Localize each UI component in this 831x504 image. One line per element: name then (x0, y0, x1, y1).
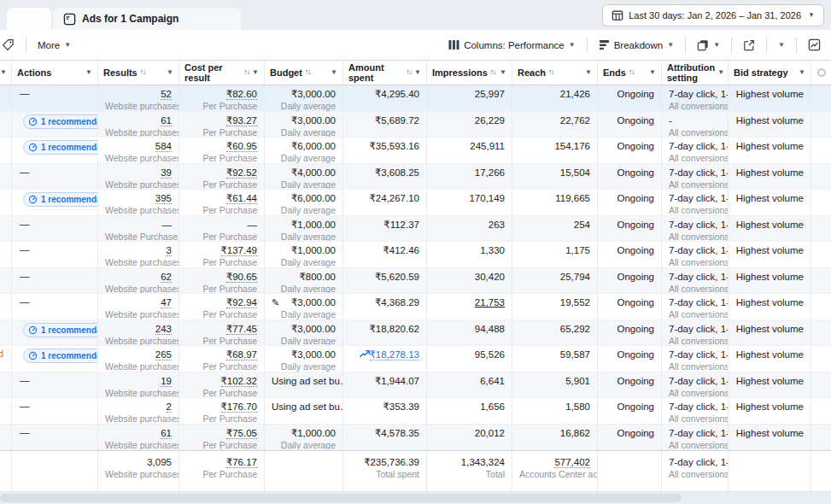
export-button[interactable] (738, 36, 760, 55)
column-header-bid-strategy[interactable]: Bid strategy▼ (729, 61, 811, 85)
cost-value[interactable]: ₹68.97 (226, 349, 257, 360)
column-header-cost-per-result[interactable]: Cost per result↑↓▼ (179, 61, 265, 85)
table-row[interactable]: — 3 Website purchases ₹137.49 Per Purcha… (0, 242, 831, 268)
stub-flag-text: d (0, 349, 3, 359)
columns-button[interactable]: Columns: Performance ▼ (443, 36, 581, 54)
cost-value[interactable]: ₹176.70 (221, 401, 258, 413)
results-value[interactable]: 3 (167, 245, 172, 256)
column-header-reach[interactable]: Reach↑↓▼ (512, 61, 598, 85)
attribution-value: 7-day click, 1-… (669, 192, 721, 204)
attribution-cell: 7-day click, 1-… All conversions (662, 216, 729, 242)
table-row[interactable]: 1 recommendation 243 Website purchases ₹… (0, 320, 831, 347)
table-row[interactable]: — 52 Website purchases ₹82.60 Per Purcha… (0, 85, 831, 112)
attribution-sub: All conversions (669, 413, 721, 424)
reach-cell: 154,176 (512, 138, 598, 163)
cost-value[interactable]: ₹82.60 (226, 89, 257, 100)
results-value[interactable]: 61 (161, 428, 172, 439)
cost-value[interactable]: ₹92.94 (226, 297, 257, 308)
bid-strategy-cell: Highest volume (729, 320, 811, 346)
table-row[interactable]: — 2 Website purchases ₹176.70 Per Purcha… (0, 398, 831, 425)
results-value[interactable]: 243 (155, 324, 172, 335)
column-header-amount-spent[interactable]: Amount spent↑↓▼ (343, 61, 427, 85)
breakdown-icon (599, 39, 610, 50)
results-value[interactable]: 47 (161, 297, 172, 308)
charts-button[interactable] (803, 35, 826, 55)
table-row[interactable]: — 61 Website purchases ₹75.05 Per Purcha… (0, 425, 831, 451)
amount-spent-link[interactable]: ₹18,278.13 (370, 349, 419, 360)
cost-value[interactable]: ₹75.05 (226, 428, 257, 439)
no-action-dash: — (20, 427, 30, 437)
row-stub-cell (0, 85, 12, 111)
cost-value[interactable]: ₹102.32 (221, 376, 258, 387)
recommendation-pill[interactable]: 1 recommendation (23, 140, 98, 155)
column-header-results[interactable]: Results↑↓▼ (98, 61, 179, 85)
column-header-attribution-setting[interactable]: Attribution setting▼ (662, 61, 729, 85)
attribution-cell: 7-day click, 1-… All conversions (662, 346, 729, 372)
column-settings-gear-icon[interactable] (811, 61, 831, 85)
bid-strategy-cell: Highest volume (729, 398, 811, 424)
results-value[interactable]: 395 (155, 193, 172, 204)
recommendation-pill[interactable]: 1 recommendation (23, 323, 98, 337)
horizontal-scrollbar-thumb[interactable] (0, 494, 682, 502)
cost-value[interactable]: ₹77.45 (226, 324, 257, 335)
attribution-sub: All conversions (669, 205, 721, 215)
results-value[interactable]: 62 (161, 272, 172, 283)
results-value[interactable]: 265 (155, 349, 172, 360)
results-value[interactable]: 61 (161, 115, 172, 126)
table-row[interactable]: 1 recommendation 61 Website purchases ₹9… (0, 112, 831, 138)
ends-cell: Ongoing (598, 294, 662, 319)
ends-cell: Ongoing (598, 346, 662, 372)
cost-per-result-cell: ₹60.95 Per Purchase (179, 138, 265, 163)
table-row[interactable]: — — Website Purchase — Per Purchase ₹1,0… (0, 216, 831, 243)
cost-value[interactable]: ₹92.52 (226, 167, 257, 179)
cost-per-result-cell: ₹77.45 Per Purchase (179, 320, 265, 346)
table-row[interactable]: d 1 recommendation 265 Website purchases… (0, 346, 831, 372)
recommendation-pill[interactable]: 1 recommendation (23, 349, 98, 363)
table-row[interactable]: — 19 Website purchases ₹102.32 Per Purch… (0, 372, 831, 399)
cost-value[interactable]: ₹60.95 (226, 141, 257, 152)
export-options-button[interactable]: ▼ (773, 38, 790, 52)
cost-value[interactable]: ₹137.49 (221, 245, 258, 256)
table-row[interactable]: 1 recommendation 395 Website purchases ₹… (0, 190, 831, 216)
cost-value[interactable]: ₹93.27 (226, 115, 257, 126)
date-range-selector[interactable]: Last 30 days: Jan 2, 2026 – Jan 31, 2026… (602, 4, 824, 26)
results-value[interactable]: 52 (161, 89, 172, 100)
column-header-actions[interactable]: Actions▼ (12, 61, 98, 85)
results-value[interactable]: 2 (167, 401, 172, 413)
hidden-column-header[interactable]: ▼ (0, 61, 12, 85)
attribution-cell: 7-day click, 1-… All conversions (662, 425, 729, 450)
cost-value[interactable]: ₹61.44 (226, 193, 257, 204)
breakdown-button[interactable]: Breakdown ▼ (594, 36, 679, 54)
tag-button[interactable] (0, 35, 20, 55)
sort-icon: ↑↓ (548, 68, 554, 76)
column-header-ends[interactable]: Ends↑↓▼ (598, 61, 662, 85)
more-button[interactable]: More ▼ (32, 37, 76, 54)
impressions-value[interactable]: 21,753 (475, 297, 505, 308)
table-row[interactable]: 1 recommendation 584 Website purchases ₹… (0, 138, 831, 164)
cost-value[interactable]: ₹90.65 (226, 272, 257, 283)
tab-ads-for-campaign[interactable]: Ads for 1 Campaign (53, 8, 241, 30)
totals-reach-value[interactable]: 577,402 (554, 457, 590, 468)
recommendation-pill[interactable]: 1 recommendation (23, 192, 98, 207)
results-sub: Website purchases (105, 440, 172, 450)
actions-cell: — (12, 372, 98, 398)
results-value[interactable]: 39 (161, 167, 172, 179)
totals-cost-value[interactable]: ₹76.17 (226, 457, 257, 468)
column-header-budget[interactable]: Budget↑↓▼ (265, 61, 343, 85)
sort-icon: ↑↓ (244, 68, 250, 76)
recommendation-pill[interactable]: 1 recommendation (23, 114, 98, 129)
totals-reach-sub: Accounts Center acco… (519, 469, 590, 479)
edit-budget-icon[interactable]: ✎ (272, 296, 279, 308)
reports-button[interactable]: ▼ (692, 36, 725, 55)
results-value[interactable]: 584 (155, 141, 172, 152)
gear-column-cell (811, 346, 831, 372)
adjacent-tab-fragment[interactable] (7, 8, 51, 30)
column-header-impressions[interactable]: Impressions↑↓▼ (427, 61, 512, 85)
attribution-sub: All conversions (669, 361, 721, 372)
table-row[interactable]: — 47 Website purchases ₹92.94 Per Purcha… (0, 294, 831, 320)
cost-per-result-cell: ₹102.32 Per Purchase (179, 372, 265, 398)
table-row[interactable]: — 39 Website purchases ₹92.52 Per Purcha… (0, 164, 831, 190)
table-row[interactable]: — 62 Website purchases ₹90.65 Per Purcha… (0, 268, 831, 295)
results-value[interactable]: 19 (161, 376, 172, 387)
attribution-cell: 7-day click, 1-… All conversions (662, 164, 729, 190)
